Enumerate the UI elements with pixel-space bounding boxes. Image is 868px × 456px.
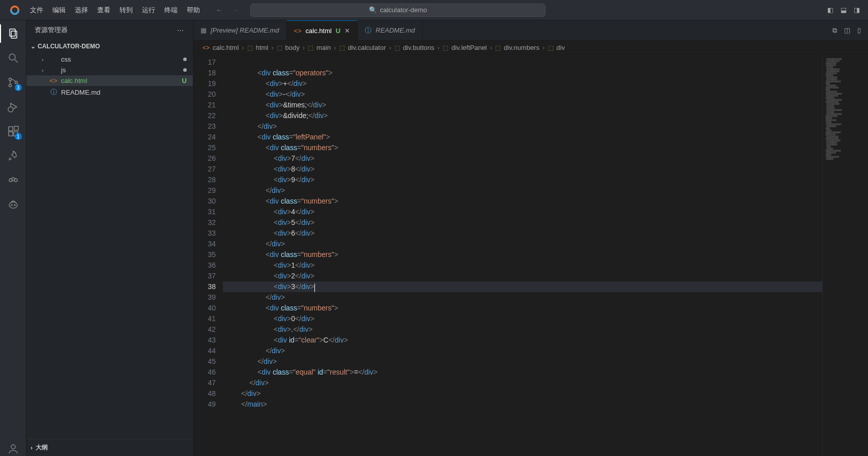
activity-cloud-icon[interactable] — [6, 173, 20, 187]
code-line[interactable]: <div>-</div> — [223, 89, 822, 100]
svg-rect-10 — [9, 132, 13, 136]
breadcrumb-item[interactable]: div.calculator — [348, 44, 386, 51]
code-line[interactable]: <div class="numbers"> — [223, 142, 822, 153]
tab-readme-md[interactable]: ⓘREADME.md — [358, 20, 422, 40]
activity-explorer-icon[interactable] — [6, 26, 20, 41]
command-center[interactable]: 🔍 calculator-demo — [250, 4, 545, 17]
svg-point-18 — [14, 205, 15, 206]
activity-scm-icon[interactable]: 3 — [6, 75, 20, 90]
breadcrumb-item[interactable]: div.numbers — [504, 44, 539, 51]
activity-search-icon[interactable] — [6, 51, 20, 65]
code-line[interactable]: </div> — [223, 292, 822, 303]
code-line[interactable]: </div> — [223, 378, 822, 388]
code-line[interactable]: </div> — [223, 185, 822, 196]
breadcrumb-item[interactable]: div — [557, 44, 565, 51]
code-line[interactable]: <div>2</div> — [223, 271, 822, 281]
code-line[interactable]: <div>&times;</div> — [223, 100, 822, 110]
symbol-icon: ⬚ — [308, 44, 313, 51]
breadcrumb-item[interactable]: div.buttons — [403, 44, 435, 51]
code-line[interactable]: </main> — [223, 399, 822, 410]
menu-select[interactable]: 选择 — [70, 3, 93, 18]
code-line[interactable]: <div>1</div> — [223, 260, 822, 271]
code-line[interactable]: </div> — [223, 346, 822, 356]
code-line[interactable]: <div>6</div> — [223, 228, 822, 239]
nav-back-icon[interactable]: ← — [216, 6, 222, 14]
menu-edit[interactable]: 编辑 — [48, 3, 70, 18]
symbol-icon: ⬚ — [495, 44, 501, 51]
sidebar-more-icon[interactable]: ⋯ — [177, 26, 185, 34]
toggle-panel-left-icon[interactable]: ◧ — [827, 6, 833, 14]
code-line[interactable]: <div class="leftPanel"> — [223, 132, 822, 142]
breadcrumb-item[interactable]: html — [256, 44, 269, 51]
chevron-right-icon: › — [271, 44, 273, 51]
menu-go[interactable]: 转到 — [115, 3, 137, 18]
menu-file[interactable]: 文件 — [25, 3, 48, 18]
file-icon: ⓘ — [49, 88, 58, 97]
code-line[interactable]: <div>9</div> — [223, 175, 822, 185]
code-line[interactable]: <div>.</div> — [223, 324, 822, 335]
code-line[interactable]: <div>8</div> — [223, 164, 822, 175]
tree-item-js[interactable]: ›js — [26, 65, 193, 75]
menu-help[interactable]: 帮助 — [182, 3, 205, 18]
sidebar: 资源管理器 ⋯ ⌄ CALCULATOR-DEMO ›css›js<>calc.… — [26, 20, 193, 456]
workbench: 3 1 资源管理器 ⋯ ⌄ CALCULATOR-DEMO ›css›js<>c… — [0, 20, 868, 456]
activity-account-icon[interactable] — [6, 442, 20, 456]
svg-point-19 — [11, 445, 15, 449]
breadcrumb-item[interactable]: calc.html — [213, 44, 239, 51]
line-number: 19 — [193, 78, 216, 89]
code-line[interactable]: </div> — [223, 121, 822, 132]
toggle-panel-bottom-icon[interactable]: ⬓ — [841, 6, 847, 14]
menu-bar: 文件 编辑 选择 查看 转到 运行 终端 帮助 — [25, 3, 205, 18]
menu-view[interactable]: 查看 — [93, 3, 115, 18]
breadcrumb-item[interactable]: main — [316, 44, 331, 51]
code-line[interactable]: <div class="operators"> — [223, 68, 822, 78]
code-line[interactable]: </div> — [223, 388, 822, 399]
code-line[interactable]: <div class="equal" id="result">=</div> — [223, 367, 822, 378]
code-line[interactable]: </div> — [223, 239, 822, 249]
extensions-badge: 1 — [15, 133, 22, 140]
nav-forward-icon[interactable]: → — [233, 6, 239, 14]
tree-item-css[interactable]: ›css — [26, 54, 193, 65]
tree-item-README-md[interactable]: ⓘREADME.md — [26, 86, 193, 98]
code-line[interactable]: <div class="numbers"> — [223, 196, 822, 207]
activity-copilot-icon[interactable] — [6, 197, 20, 212]
toggle-sidebar-icon[interactable]: ▯ — [857, 26, 861, 34]
compare-changes-icon[interactable]: ⧉ — [832, 26, 837, 35]
project-header[interactable]: ⌄ CALCULATOR-DEMO — [26, 40, 193, 53]
menu-run[interactable]: 运行 — [137, 3, 160, 18]
command-center-text: calculator-demo — [380, 6, 427, 14]
code-line[interactable] — [223, 57, 822, 68]
code-line[interactable]: <div>+</div> — [223, 78, 822, 89]
tab--preview-readme-md[interactable]: ▦[Preview] README.md — [193, 20, 286, 40]
code-line[interactable]: <div class="numbers"> — [223, 303, 822, 314]
code-line[interactable]: <div class="numbers"> — [223, 249, 822, 260]
code-line[interactable]: <div>&divide;</div> — [223, 110, 822, 121]
breadcrumb-item[interactable]: div.leftPanel — [451, 44, 487, 51]
tab-calc-html[interactable]: <>calc.html U ✕ — [286, 20, 358, 40]
code-line[interactable]: <div>5</div> — [223, 217, 822, 228]
code-line[interactable]: <div>3</div> — [223, 281, 822, 292]
outline-header[interactable]: › 大纲 — [26, 439, 193, 456]
code-line[interactable]: </div> — [223, 356, 822, 367]
symbol-icon: ⬚ — [277, 44, 282, 51]
line-gutter: 1718192021222324252627282930313233343536… — [193, 55, 223, 456]
split-editor-icon[interactable]: ◫ — [844, 26, 850, 34]
breadcrumb[interactable]: <>calc.html›⬚html›⬚body›⬚main›⬚div.calcu… — [193, 41, 868, 55]
svg-point-2 — [9, 54, 15, 60]
code-content[interactable]: <div class="operators"><div>+</div><div>… — [223, 55, 822, 456]
code-line[interactable]: <div>4</div> — [223, 207, 822, 217]
chevron-right-icon: › — [31, 444, 33, 451]
menu-terminal[interactable]: 终端 — [160, 3, 182, 18]
toggle-panel-right-icon[interactable]: ◨ — [854, 6, 860, 14]
breadcrumb-item[interactable]: body — [285, 44, 300, 51]
activity-rocket-icon[interactable] — [6, 149, 20, 163]
activity-extensions-icon[interactable]: 1 — [6, 124, 20, 138]
code-line[interactable]: <div id="clear">C</div> — [223, 335, 822, 346]
activity-debug-icon[interactable] — [6, 100, 20, 114]
code-line[interactable]: <div>7</div> — [223, 153, 822, 164]
minimap[interactable]: ██████████████ ████████████ ██████████ █… — [822, 55, 868, 456]
code-editor[interactable]: 1718192021222324252627282930313233343536… — [193, 55, 868, 456]
tree-item-calc-html[interactable]: <>calc.htmlU — [26, 75, 193, 86]
close-icon[interactable]: ✕ — [344, 27, 350, 35]
code-line[interactable]: <div>0</div> — [223, 314, 822, 324]
